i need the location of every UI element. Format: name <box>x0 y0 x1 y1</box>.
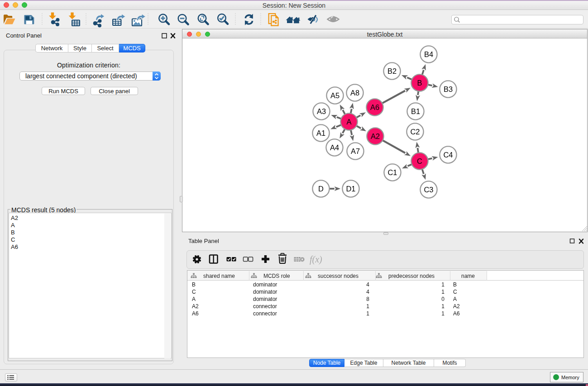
svg-text:B4: B4 <box>424 50 433 58</box>
svg-text:A3: A3 <box>317 107 326 115</box>
svg-text:A4: A4 <box>330 143 339 152</box>
svg-text:A5: A5 <box>330 91 339 100</box>
svg-text:A2: A2 <box>371 132 380 140</box>
svg-text:C4: C4 <box>443 151 453 159</box>
svg-text:C3: C3 <box>424 186 433 194</box>
svg-text:B2: B2 <box>387 67 397 75</box>
svg-text:D1: D1 <box>346 185 355 193</box>
svg-text:C: C <box>417 157 422 165</box>
svg-text:A8: A8 <box>350 89 359 97</box>
svg-text:C2: C2 <box>410 128 420 136</box>
svg-text:B3: B3 <box>444 85 453 93</box>
svg-text:A: A <box>346 118 351 126</box>
svg-text:C1: C1 <box>387 168 397 176</box>
svg-text:B1: B1 <box>411 107 420 115</box>
svg-text:D: D <box>318 185 324 193</box>
svg-text:A1: A1 <box>316 129 325 137</box>
svg-text:A7: A7 <box>351 147 360 155</box>
svg-text:B: B <box>417 79 422 87</box>
svg-text:f(x): f(x) <box>310 254 322 265</box>
svg-text:A6: A6 <box>370 103 379 111</box>
